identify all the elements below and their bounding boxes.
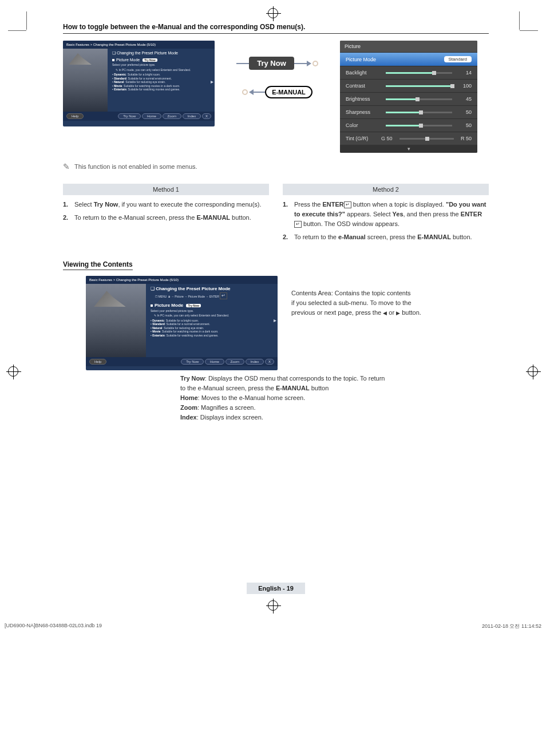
osd-value: 100 [457,83,472,89]
osd-row-tint[interactable]: Tint (G/R) G 50 R 50 [340,132,477,145]
method-1: Method 1 1. Select Try Now, if you want … [63,184,269,246]
crop-mark [520,30,538,31]
try-now-button[interactable]: Try Now [118,113,141,119]
try-now-button[interactable]: Try Now [181,359,204,365]
osd-value: 50 [457,109,472,115]
picture-mode-row: Picture Mode Try Now [151,303,273,308]
help-button[interactable]: Help [66,113,84,119]
content-panel: Basic Features > Changing the Preset Pic… [86,276,278,370]
bullet: • Entertain: Suitable for watching movie… [151,334,273,338]
index-button[interactable]: Index [183,113,201,119]
help-button[interactable]: Help [89,359,106,365]
slider[interactable] [399,138,454,140]
osd-label: Color [346,122,381,128]
close-button[interactable]: X [202,113,211,119]
osd-value: 14 [457,70,472,76]
select-text: Select your preferred picture type. [112,63,210,67]
picture-mode-row: Picture Mode Try Now [112,58,210,62]
section-title: How to toggle between the e-Manual and t… [63,23,489,34]
step: 1. Select Try Now, if you want to execut… [63,200,269,209]
arrow-emanual: E-MANUAL [242,86,312,98]
file-stamp: [UD6900-NA]BN68-03488B-02L03.indb 19 201… [0,623,546,630]
crop-mark [8,30,26,31]
osd-label: Tint (G/R) [346,136,381,141]
page-footer: English - 19 [63,583,489,594]
panel-heading: ❏ Changing the Preset Picture Mode [112,51,210,56]
osd-row-color[interactable]: Color 50 [340,118,477,132]
method-header: Method 2 [283,184,489,195]
osd-label: Sharpness [346,109,381,115]
step-number: 1. [63,200,71,209]
slider[interactable] [386,112,452,113]
chevron-right-icon[interactable]: ▸ [211,78,213,85]
arrows-column: Try Now E-MANUAL [227,41,327,98]
panel-footer: Help Try Now Home Zoom Index X [63,112,215,121]
note-text: This function is not enabled in some men… [74,163,197,170]
caption-block: Try Now: Displays the OSD menu that corr… [180,374,489,422]
pc-note: ✎ In PC mode, you can only select Entert… [154,314,273,318]
slider[interactable] [386,98,452,100]
step: 2. To return to the e-Manual screen, pre… [63,213,269,223]
try-now-badge: Try Now [249,57,294,70]
pc-note: ✎ In PC mode, you can only select Entert… [116,68,210,72]
osd-label: Contrast [346,83,381,89]
file-name: [UD6900-NA]BN68-03488B-02L03.indb 19 [5,623,102,630]
enter-icon: ↵ [344,201,351,208]
panel-heading-text: Changing the Preset Picture Mode [156,286,230,291]
osd-menu: Picture Picture Mode Standard Backlight … [340,41,477,153]
panel-heading: ❏ Changing the Preset Picture Mode [151,286,273,291]
methods-row: Method 1 1. Select Try Now, if you want … [63,184,489,246]
registration-mark [268,600,278,613]
osd-label: Picture Mode [346,57,376,62]
crop-mark [26,11,27,30]
osd-row-brightness[interactable]: Brightness 45 [340,92,477,105]
figure-row-top: Basic Features > Changing the Preset Pic… [63,41,489,153]
panel-breadcrumb: Basic Features > Changing the Preset Pic… [86,276,278,284]
chevron-right-icon[interactable]: ▸ [274,317,276,323]
panel-heading-text: Changing the Preset Picture Mode [117,51,178,55]
file-timestamp: 2011-02-18 오전 11:14:52 [482,623,541,630]
method-2: Method 2 1. Press the ENTER↵ button when… [283,184,489,246]
panel-thumbnail [86,284,146,357]
osd-row-contrast[interactable]: Contrast 100 [340,79,477,92]
try-now-tag[interactable]: Try Now [143,58,157,62]
enter-icon: ↵ [220,292,227,299]
home-button[interactable]: Home [142,113,161,119]
zoom-button[interactable]: Zoom [225,359,244,365]
enter-icon: ↵ [294,221,302,228]
content-description: Contents Area: Contains the topic conten… [291,276,421,318]
osd-label: Brightness [346,96,381,102]
page-number: English - 19 [247,583,305,594]
picture-mode-label: Picture Mode [155,303,183,308]
osd-title: Picture [340,41,477,52]
zoom-button[interactable]: Zoom [163,113,181,119]
step-number: 2. [63,213,71,223]
slider[interactable] [386,125,452,126]
chevron-down-icon[interactable]: ▾ [340,145,477,153]
index-button[interactable]: Index [246,359,264,365]
tint-g: G 50 [381,136,393,141]
panel-footer: Help Try Now Home Zoom Index X [86,357,278,366]
osd-label: Backlight [346,70,381,76]
step-number: 1. [283,200,291,229]
method-header: Method 1 [63,184,269,195]
osd-value: Standard [444,56,472,62]
osd-row-picture-mode[interactable]: Picture Mode Standard [340,52,477,66]
panel-thumbnail [63,49,108,112]
tint-r: R 50 [461,136,472,141]
try-now-tag[interactable]: Try Now [186,304,200,307]
viewing-heading: Viewing the Contents [63,260,133,270]
slider[interactable] [386,85,452,87]
slider[interactable] [386,72,452,74]
content-row: Basic Features > Changing the Preset Pic… [63,276,489,370]
note-icon: ✎ [63,162,70,171]
registration-mark [528,366,538,379]
osd-row-backlight[interactable]: Backlight 14 [340,66,477,79]
osd-row-sharpness[interactable]: Sharpness 50 [340,105,477,118]
registration-mark [8,366,18,379]
close-button[interactable]: X [265,359,274,365]
registration-mark [268,8,278,21]
bullet: • Entertain: Suitable for watching movie… [112,88,210,92]
home-button[interactable]: Home [205,359,224,365]
osd-value: 50 [457,122,472,128]
